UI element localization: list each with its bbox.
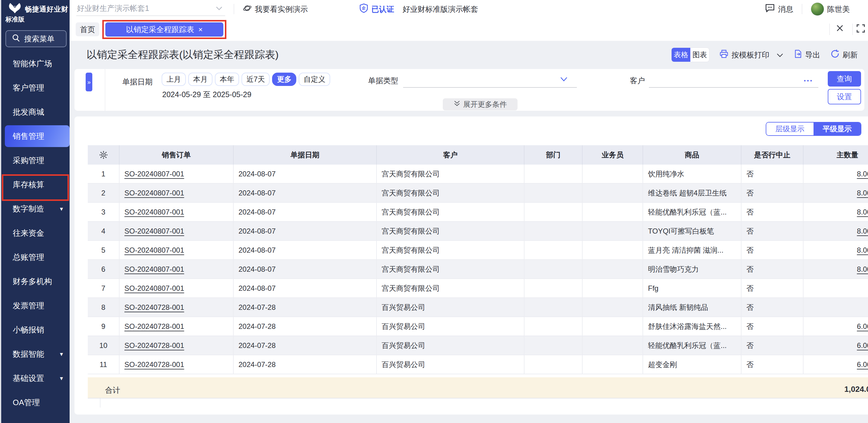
search-menu-input[interactable]: 搜索菜单 [5,30,67,47]
table-header-row: 销售订单单据日期客户部门业务员商品是否行中止主数量 [88,145,868,165]
cell-sales-order[interactable]: SO-20240807-001 [120,241,234,259]
sidebar-item-0[interactable]: 智能体广场 [1,52,71,76]
cell-sales-order[interactable]: SO-20240728-001 [120,317,234,335]
refresh-button[interactable]: 刷新 [831,49,858,60]
sidebar-item-8[interactable]: 总账管理 [1,245,71,269]
date-preset-3[interactable]: 近7天 [242,73,270,86]
cell-sales-order[interactable]: SO-20240807-001 [120,184,234,202]
expand-more-conditions-button[interactable]: 展开更多条件 [443,98,518,110]
page-header: 以销定采全程跟踪表(以销定采全程跟踪表) 表格 图表 按模板打印 导出 [70,41,868,69]
sidebar-item-1[interactable]: 客户管理 [1,76,71,100]
tab-home[interactable]: 首页 [76,22,99,36]
cell-row-number: 1 [88,165,120,183]
cell-main-qty[interactable]: 6.00 [804,355,868,374]
column-header-7[interactable]: 主数量 [804,145,868,165]
sidebar-item-5[interactable]: 库存核算 [1,172,71,197]
cell-main-qty[interactable]: 8.00 [804,203,868,221]
cell-sales-order[interactable]: SO-20240728-001 [120,355,234,374]
cell-main-qty[interactable]: 8.00 [804,222,868,240]
chevron-down-icon: ▾ [60,350,63,358]
column-settings-gear-icon[interactable] [88,145,120,165]
sidebar-item-2[interactable]: 批发商城 [1,100,71,124]
sidebar-item-9[interactable]: 财务多机构 [1,269,71,293]
sidebar-item-12[interactable]: 数据智能▾ [1,342,71,366]
sidebar-item-14[interactable]: OA管理 [1,390,71,415]
view-toggle-table[interactable]: 表格 [672,48,690,62]
toggle-flat-view[interactable]: 平级显示 [813,123,861,135]
tab-active-report[interactable]: 以销定采全程跟踪表 × [105,22,223,37]
cell-department [525,165,583,183]
sidebar-item-13[interactable]: 基础设置▾ [1,366,71,390]
total-row: 合计 1,024.00 [88,374,868,398]
divider [105,69,105,111]
cell-sales-order[interactable]: SO-20240807-001 [120,222,234,240]
sidebar-item-label: 基础设置 [13,373,44,384]
date-preset-0[interactable]: 上月 [162,73,186,86]
cell-main-qty[interactable]: 8.00 [804,241,868,259]
cell-line-halted: 否 [742,222,804,240]
doc-type-select[interactable] [403,69,577,88]
cell-sales-order[interactable]: SO-20240807-001 [120,260,234,279]
cell-main-qty[interactable]: 8.00 [804,165,868,183]
cell-main-qty [804,279,868,297]
print-by-template-button[interactable]: 按模板打印 [719,49,783,60]
cell-line-halted: 否 [742,336,804,355]
tab-home-label: 首页 [80,25,95,34]
tab-close-icon[interactable]: × [198,26,203,33]
print-label: 按模板打印 [732,50,769,60]
date-preset-4[interactable]: 更多 [272,73,296,86]
sidebar-item-10[interactable]: 发票管理 [1,293,71,318]
column-header-1[interactable]: 单据日期 [234,145,377,165]
cell-sales-order[interactable]: SO-20240728-001 [120,298,234,317]
query-button[interactable]: 查询 [828,71,861,87]
column-header-3[interactable]: 部门 [525,145,583,165]
date-preset-1[interactable]: 本月 [188,73,213,86]
printer-icon [719,49,728,60]
cell-sales-order[interactable]: SO-20240807-001 [120,279,234,297]
cell-customer: 宫天商贸有限公司 [377,279,525,297]
customer-lookup-button[interactable]: ... [804,73,813,84]
cell-main-qty[interactable]: 8.00 [804,260,868,279]
cell-main-qty[interactable]: 6.00 [804,336,868,355]
cell-main-qty[interactable]: 8.00 [804,184,868,202]
cell-sales-order[interactable]: SO-20240807-001 [120,203,234,221]
fullscreen-icon[interactable] [856,24,866,33]
account-selector[interactable]: 好业财生产演示帐套1 [76,2,225,16]
sidebar-item-11[interactable]: 小畅报销 [1,318,71,342]
column-header-6[interactable]: 是否行中止 [742,145,804,165]
settings-button[interactable]: 设置 [828,89,861,104]
cell-sales-order[interactable]: SO-20240728-001 [120,336,234,355]
cell-main-qty[interactable]: 6.00 [804,317,868,335]
table-row-6: 6SO-20240807-0012024-08-07宫天商贸有限公司明治雪吻巧克… [88,260,868,279]
export-button[interactable]: 导出 [794,49,820,60]
cell-salesperson [583,184,643,202]
view-toggle-chart[interactable]: 图表 [690,48,709,62]
sidebar-item-3[interactable]: 销售管理 [1,124,71,148]
sidebar-item-7[interactable]: 往来资金 [1,221,71,245]
cell-line-halted: 否 [742,165,804,183]
filter-panel: » 单据日期 上月本月本年近7天更多自定义 2024-05-29 至 2025-… [74,69,864,111]
messages-button[interactable]: 消息 [765,3,793,15]
sidebar-item-6[interactable]: 数字制造▾ [1,197,71,221]
toggle-hierarchy-view[interactable]: 层级显示 [766,123,813,135]
demo-link-label: 我要看实例演示 [255,4,308,14]
date-preset-5[interactable]: 自定义 [299,73,330,86]
column-header-5[interactable]: 商品 [643,145,742,165]
column-header-2[interactable]: 客户 [377,145,525,165]
cell-sales-order[interactable]: SO-20240807-001 [120,165,234,183]
customer-input[interactable]: ... [649,69,818,88]
close-tabs-button[interactable] [835,24,844,33]
expand-sidebar-button[interactable]: » [86,73,92,91]
sidebar-item-label: 智能体广场 [13,58,52,69]
sidebar-item-label: 总账管理 [13,252,44,263]
column-header-0[interactable]: 销售订单 [120,145,234,165]
date-preset-2[interactable]: 本年 [215,73,239,86]
sidebar-item-4[interactable]: 采购管理 [1,148,71,172]
certified-badge[interactable]: 企 已认证 好业财标准版演示帐套 [359,3,478,15]
date-range-value[interactable]: 2024-05-29 至 2025-05-29 [162,90,251,100]
user-menu[interactable]: 陈世美 [811,2,850,16]
demo-link[interactable]: 我要看实例演示 [243,4,308,14]
cell-product: 舒肤佳沐浴露海盐天然... [643,317,742,335]
column-header-4[interactable]: 业务员 [583,145,643,165]
doc-date-label: 单据日期 [122,77,153,87]
